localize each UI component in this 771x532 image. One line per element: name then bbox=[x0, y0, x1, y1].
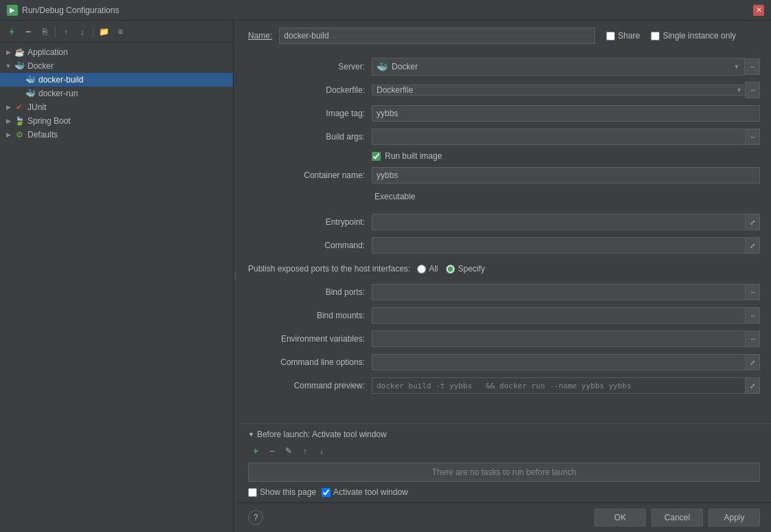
app-icon: ▶ bbox=[7, 5, 18, 16]
toolbar-separator-2 bbox=[93, 26, 93, 37]
main-layout: + − ⎘ ↑ ↓ 📁 ≡ bbox=[0, 21, 771, 532]
move-up-button[interactable]: ↑ bbox=[58, 24, 74, 39]
before-launch-remove-button[interactable]: − bbox=[265, 443, 280, 458]
radio-specify[interactable] bbox=[446, 265, 455, 274]
tree-item-docker-run[interactable]: 🐳 docker-run bbox=[0, 87, 233, 100]
bind-mounts-row: Bind mounts: ··· bbox=[248, 307, 760, 324]
tree-label-application: Application bbox=[27, 47, 68, 57]
bind-ports-row: Bind ports: ··· bbox=[248, 283, 760, 301]
spring-boot-icon: 🍃 bbox=[14, 115, 25, 126]
activate-tool-window-checkbox[interactable] bbox=[322, 488, 331, 497]
sort-button[interactable]: ≡ bbox=[113, 24, 128, 39]
run-built-image-row: Run built image bbox=[372, 151, 760, 161]
server-label: Server: bbox=[248, 62, 372, 71]
command-input[interactable] bbox=[372, 237, 745, 254]
show-page-checkbox[interactable] bbox=[248, 488, 257, 497]
bind-ports-label: Bind ports: bbox=[262, 287, 372, 297]
remove-config-button[interactable]: − bbox=[21, 24, 36, 39]
before-launch-footer: Show this page Activate tool window bbox=[248, 487, 760, 497]
move-down-button[interactable]: ↓ bbox=[75, 24, 90, 39]
single-instance-label[interactable]: Single instance only bbox=[651, 31, 736, 41]
docker-build-icon: 🐳 bbox=[25, 74, 36, 85]
container-name-label: Container name: bbox=[248, 170, 372, 180]
tree-item-docker-build[interactable]: 🐳 docker-build bbox=[0, 73, 233, 87]
bind-mounts-more-button[interactable]: ··· bbox=[745, 307, 760, 324]
build-args-input[interactable] bbox=[372, 129, 745, 145]
before-launch-empty: There are no tasks to run before launch bbox=[248, 463, 760, 482]
radio-all-label[interactable]: All bbox=[417, 264, 438, 274]
radio-specify-label[interactable]: Specify bbox=[446, 264, 484, 274]
cmd-preview-label: Command preview: bbox=[248, 381, 372, 390]
before-launch-move-up-button[interactable]: ↑ bbox=[298, 443, 313, 458]
right-panel: Name: Share Single instance only Server:… bbox=[237, 21, 771, 532]
show-page-label[interactable]: Show this page bbox=[248, 487, 316, 497]
add-config-button[interactable]: + bbox=[4, 24, 19, 39]
single-instance-checkbox[interactable] bbox=[651, 32, 660, 41]
footer-help: ? bbox=[248, 510, 589, 525]
tree-item-docker[interactable]: ▼ 🐳 Docker bbox=[0, 59, 233, 73]
image-tag-input[interactable] bbox=[372, 105, 760, 122]
name-input[interactable] bbox=[279, 27, 595, 44]
command-row: Command: ⤢ bbox=[248, 236, 760, 254]
server-select-wrapper: 🐳 Docker ▼ bbox=[372, 58, 745, 76]
left-panel: + − ⎘ ↑ ↓ 📁 ≡ bbox=[0, 21, 234, 532]
bind-mounts-input[interactable] bbox=[372, 307, 745, 324]
bind-mounts-label: Bind mounts: bbox=[248, 311, 372, 320]
tree-item-junit[interactable]: ▶ ✔ JUnit bbox=[0, 100, 233, 114]
folder-button[interactable]: 📁 bbox=[96, 24, 111, 39]
entrypoint-label: Entrypoint: bbox=[262, 217, 372, 227]
entrypoint-input[interactable] bbox=[372, 214, 745, 230]
share-checkbox-label[interactable]: Share bbox=[606, 31, 640, 41]
entrypoint-expand-button[interactable]: ⤢ bbox=[745, 214, 760, 230]
cmd-preview-expand-button[interactable]: ⤢ bbox=[745, 377, 760, 394]
tree-label-junit: JUnit bbox=[27, 102, 46, 112]
close-button[interactable]: ✕ bbox=[753, 5, 764, 16]
build-args-more-button[interactable]: ··· bbox=[745, 129, 760, 145]
cmd-options-expand-button[interactable]: ⤢ bbox=[745, 354, 760, 370]
container-name-input[interactable] bbox=[372, 167, 760, 184]
before-launch-toolbar: + − ✎ ↑ ↓ bbox=[248, 443, 760, 458]
copy-config-button[interactable]: ⎘ bbox=[37, 24, 52, 39]
share-checkbox[interactable] bbox=[606, 32, 615, 41]
tree-arrow-docker: ▼ bbox=[3, 60, 14, 71]
before-launch-add-button[interactable]: + bbox=[248, 443, 263, 458]
publish-ports-row: Publish exposed ports to the host interf… bbox=[248, 260, 760, 278]
env-vars-input[interactable] bbox=[372, 331, 745, 347]
cmd-preview-input bbox=[372, 377, 745, 394]
name-label: Name: bbox=[248, 31, 272, 41]
dockerfile-more-button[interactable]: ··· bbox=[745, 82, 760, 98]
tree-arrow-defaults: ▶ bbox=[3, 129, 14, 140]
cancel-button[interactable]: Cancel bbox=[651, 509, 703, 527]
before-launch-empty-text: There are no tasks to run before launch bbox=[432, 467, 576, 477]
share-section: Share Single instance only bbox=[606, 31, 736, 41]
bind-ports-input[interactable] bbox=[372, 284, 745, 300]
server-more-button[interactable]: ··· bbox=[745, 58, 760, 75]
cmd-options-label: Command line options: bbox=[248, 357, 372, 367]
server-value: Docker bbox=[392, 62, 729, 71]
before-launch-move-down-button[interactable]: ↓ bbox=[314, 443, 329, 458]
tree-item-spring-boot[interactable]: ▶ 🍃 Spring Boot bbox=[0, 114, 233, 128]
activate-tool-window-text: Activate tool window bbox=[333, 487, 408, 497]
cmd-options-input[interactable] bbox=[372, 354, 745, 370]
publish-ports-radio-group: All Specify bbox=[417, 264, 485, 274]
cmd-preview-wrapper: ⤢ bbox=[372, 377, 760, 394]
tree-item-defaults[interactable]: ▶ ⚙ Defaults bbox=[0, 128, 233, 142]
executable-section-label: Executable bbox=[375, 192, 415, 201]
help-button[interactable]: ? bbox=[248, 510, 263, 525]
radio-specify-text: Specify bbox=[458, 264, 484, 274]
bind-ports-more-button[interactable]: ··· bbox=[745, 284, 760, 300]
config-tree: ▶ ☕ Application ▼ 🐳 Docker 🐳 docker-buil… bbox=[0, 43, 233, 532]
env-vars-more-button[interactable]: ··· bbox=[745, 331, 760, 347]
command-expand-button[interactable]: ⤢ bbox=[745, 237, 760, 254]
apply-button[interactable]: Apply bbox=[708, 509, 760, 527]
tree-label-defaults: Defaults bbox=[27, 130, 58, 140]
ok-button[interactable]: OK bbox=[594, 509, 646, 527]
docker-run-icon: 🐳 bbox=[25, 88, 36, 99]
activate-tool-window-label[interactable]: Activate tool window bbox=[322, 487, 408, 497]
run-built-image-label: Run built image bbox=[385, 151, 442, 161]
footer-buttons: ? OK Cancel Apply bbox=[237, 502, 771, 532]
tree-item-application[interactable]: ▶ ☕ Application bbox=[0, 45, 233, 59]
before-launch-edit-button[interactable]: ✎ bbox=[281, 443, 296, 458]
run-built-image-checkbox[interactable] bbox=[372, 152, 381, 161]
radio-all[interactable] bbox=[417, 265, 426, 274]
